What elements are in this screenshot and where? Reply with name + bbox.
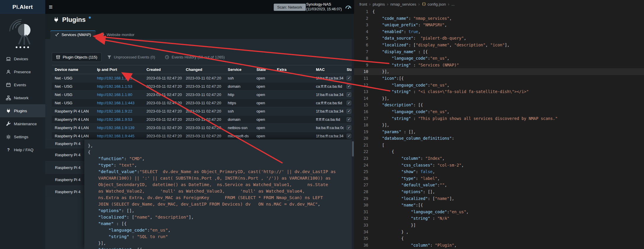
status-checkbox[interactable]: ✓	[347, 76, 351, 80]
code-line[interactable]: 32 "string" : "N/A"	[354, 215, 644, 222]
menu-toggle-icon[interactable]: ≡	[49, 0, 53, 14]
table-row[interactable]: Raspberry Pi 4 LANhttp://192.168.1.9:222…	[52, 107, 352, 115]
tab-website-monitor[interactable]: Website monitor	[96, 30, 139, 39]
code-line[interactable]: 7 "display_name" : [{	[354, 48, 644, 55]
sidebar-item-devices[interactable]: Devices	[0, 52, 45, 65]
code-line[interactable]: 30 "name":[{	[354, 202, 644, 209]
code-line[interactable]: 13 "string" : "<i class=\"fa-solid fa-sa…	[354, 88, 644, 95]
code-line[interactable]: 3 "unique_prefix": "NMAPSRV",	[354, 22, 644, 28]
column-header-service[interactable]: Service	[225, 65, 254, 74]
code-line[interactable]: 27 "default_value":"",	[354, 182, 644, 188]
code-line[interactable]: 33 }]	[354, 222, 644, 229]
code-line[interactable]: 1{	[354, 8, 644, 15]
column-header-mac[interactable]: MAC	[313, 65, 344, 74]
code-line[interactable]: 20 "database_column_definitions":	[354, 135, 644, 142]
status-checkbox[interactable]: ✓	[347, 109, 351, 113]
breadcrumb-item[interactable]: plugins	[373, 2, 385, 6]
table-row-partial[interactable]: Raspberry Pi 4	[45, 139, 84, 148]
sidebar-item-help-faq[interactable]: ?Help / FAQ	[0, 143, 45, 156]
device-port-link[interactable]: http://192.168.1.9:22	[97, 109, 132, 113]
gauge-icon[interactable]	[345, 4, 352, 11]
code-line[interactable]: 35 {	[354, 235, 644, 242]
device-port-link[interactable]: http://192.168.1.1:53	[97, 84, 132, 89]
device-port-link[interactable]: http://192.168.1.1:443	[97, 101, 135, 105]
column-header-ip-and-port[interactable]: Ip and Port	[94, 65, 143, 74]
table-row[interactable]: Raspberry Pi 4 LANhttp://192.168.1.9:139…	[52, 124, 352, 132]
code-line[interactable]: 28 "options": [],	[354, 188, 644, 195]
table-row[interactable]: Net - USGhttp://192.168.1.1:222023-03-11…	[52, 74, 352, 82]
code-line[interactable]: 5 "data_source": "pialert-db-query",	[354, 35, 644, 42]
main-scrollbar-thumb[interactable]	[352, 141, 354, 157]
overlay-code-line: },	[88, 142, 348, 149]
status-checkbox[interactable]: ✓	[347, 126, 351, 130]
sidebar-item-maintenance[interactable]: Maintenance	[0, 117, 45, 130]
device-port-link[interactable]: http://192.168.1.1:22	[97, 76, 132, 80]
code-line[interactable]: 8 "language_code":"en_us",	[354, 55, 644, 62]
code-line[interactable]: 36 "column": "Plugin",	[354, 242, 644, 249]
code-line[interactable]: 34 } ,	[354, 229, 644, 235]
code-line[interactable]: 21 [	[354, 142, 644, 149]
sidebar-item-settings[interactable]: Settings	[0, 130, 45, 143]
subtab-plugin-objects-115[interactable]: Plugin Objects (115)	[52, 53, 101, 62]
table-row-partial[interactable]: Raspberry Pi 4	[45, 148, 84, 161]
code-line[interactable]: 24 "css_classes": "col-sm-2",	[354, 162, 644, 169]
tab-services-nmap[interactable]: Services (NMAP)	[50, 30, 96, 39]
column-header-created[interactable]: Created	[143, 65, 183, 74]
code-line[interactable]: 18 }],	[354, 122, 644, 128]
device-port-link[interactable]: http://192.168.1.1:80	[97, 92, 132, 97]
code-line[interactable]: 4 "enabled": true,	[354, 28, 644, 35]
device-port-link[interactable]: http://192.168.1.9:139	[97, 126, 135, 130]
table-row-partial[interactable]: Raspberry Pi 4	[45, 185, 84, 198]
sidebar-item-events[interactable]: Events	[0, 78, 45, 91]
code-line[interactable]: 6 "localized": ["display_name", "descrip…	[354, 42, 644, 48]
column-header-changed[interactable]: Changed	[183, 65, 225, 74]
table-row[interactable]: Raspberry Pi 4 LANhttp://192.168.1.9:445…	[52, 132, 352, 140]
subtab-unprocessed-events-0[interactable]: Unprocessed Events (0)	[103, 53, 159, 62]
device-port-link[interactable]: http://192.168.1.9:53	[97, 117, 132, 122]
code-line[interactable]: 15 "description": [{	[354, 102, 644, 108]
table-row[interactable]: Raspberry Pi 4 LANhttp://192.168.1.9:532…	[52, 115, 352, 124]
status-checkbox[interactable]: ✓	[347, 84, 351, 89]
table-row[interactable]: Net - USGhttp://192.168.1.1:532023-03-11…	[52, 82, 352, 91]
table-row[interactable]: Net - USGhttp://192.168.1.1:4432023-03-1…	[52, 99, 352, 107]
status-checkbox[interactable]: ✓	[347, 92, 351, 97]
code-line[interactable]: 12 "language_code":"en_us",	[354, 82, 644, 89]
table-row-partial[interactable]: Raspberry Pi 4	[45, 161, 84, 173]
code-line[interactable]: 31 "language_code":"en_us",	[354, 209, 644, 215]
column-header-status[interactable]: Status	[344, 65, 352, 74]
breadcrumb-item[interactable]: nmap_services	[390, 2, 416, 6]
column-header-device-name[interactable]: Device name	[52, 65, 94, 74]
breadcrumb-item[interactable]: front	[359, 2, 367, 6]
code-line[interactable]: 26 "type": "label",	[354, 175, 644, 182]
code-line[interactable]: 19 "params" : [],	[354, 128, 644, 135]
code-line[interactable]: 22 {	[354, 148, 644, 155]
sidebar-item-network[interactable]: Network	[0, 91, 45, 104]
column-header-state[interactable]: State	[254, 65, 274, 74]
code-line[interactable]: 14 }],	[354, 95, 644, 102]
sidebar-item-label: Presence	[14, 70, 31, 74]
device-port-link[interactable]: http://192.168.1.9:445	[97, 134, 135, 138]
editor-code-area[interactable]: 1{2 "code_name": "nmap_services",3 "uniq…	[354, 8, 644, 249]
main-scrollbar[interactable]	[352, 39, 354, 249]
status-checkbox[interactable]: ✓	[347, 101, 351, 105]
table-row-partial[interactable]: Raspberry Pi 4	[45, 173, 84, 185]
column-header-extra[interactable]: Extra	[274, 65, 313, 74]
code-line[interactable]: 23 "column": "Index",	[354, 155, 644, 162]
code-line[interactable]: 11 "icon":[{	[354, 75, 644, 82]
status-checkbox[interactable]: ✓	[347, 117, 351, 122]
code-line[interactable]: 25 "show": false,	[354, 168, 644, 175]
breadcrumb-item[interactable]: {}config.json	[422, 2, 446, 6]
table-row[interactable]: Net - USGhttp://192.168.1.1:802023-03-11…	[52, 91, 352, 99]
code-line[interactable]: 10 }],	[354, 68, 644, 75]
code-line[interactable]: 29 "localized": ["name"],	[354, 195, 644, 202]
code-line[interactable]: 9 "string" : "Services (NMAP)"	[354, 62, 644, 69]
subtab-events-history-50-out-of-1265[interactable]: Events History (50 out of 1265)	[161, 53, 229, 62]
code-line[interactable]: 17 "string" : "This plugin shows all ser…	[354, 115, 644, 122]
code-line[interactable]: 2 "code_name": "nmap_services",	[354, 15, 644, 22]
app-logo[interactable]: Pi.Alert	[0, 0, 45, 14]
breadcrumb-item[interactable]: ...	[451, 2, 455, 6]
status-checkbox[interactable]: ✓	[347, 134, 351, 138]
sidebar-item-plugins[interactable]: Plugins	[0, 104, 45, 117]
sidebar-item-presence[interactable]: Presence	[0, 65, 45, 78]
code-line[interactable]: 16 "language_code":"en_us",	[354, 108, 644, 115]
